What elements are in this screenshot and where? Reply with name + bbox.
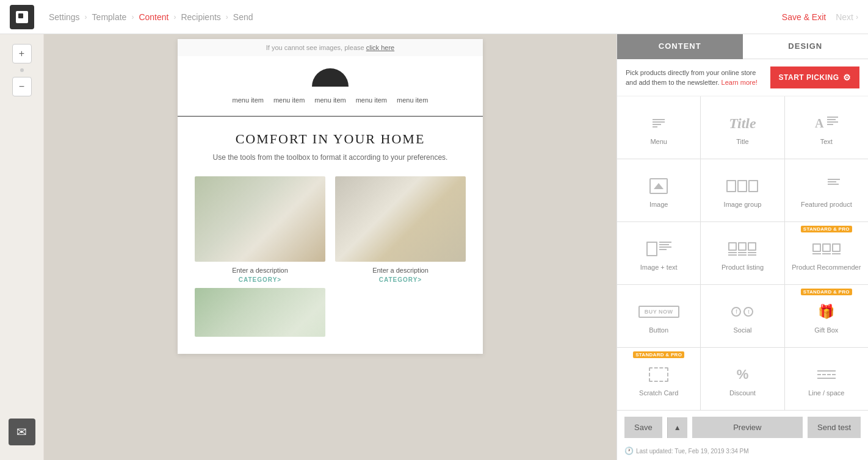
featured-lines-icon	[828, 179, 840, 193]
tab-content[interactable]: CONTENT	[617, 34, 743, 59]
save-exit-button[interactable]: Save & Exit	[782, 12, 826, 22]
blocks-grid: Menu Title Title A	[617, 96, 868, 410]
menu-item-4: menu item	[356, 96, 387, 104]
nav-right: Save & Exit Next ›	[782, 12, 858, 22]
block-social[interactable]: f t Social	[701, 285, 784, 347]
prod-item-2	[738, 242, 747, 256]
start-picking-button[interactable]: START PICKING ⚙	[770, 66, 859, 88]
right-panel: CONTENT DESIGN Pick products directly fr…	[617, 34, 868, 460]
block-discount[interactable]: % Discount	[701, 348, 784, 410]
email-card-1-link[interactable]: CATEGORY>	[195, 276, 325, 283]
button-block-icon: BUY NOW	[638, 301, 679, 323]
scratch-card-block-icon	[649, 364, 668, 386]
block-button[interactable]: BUY NOW Button	[617, 285, 700, 347]
breadcrumb-settings[interactable]: Settings	[49, 12, 80, 22]
save-arrow-button[interactable]: ▲	[667, 417, 687, 438]
email-card-1-desc: Enter a description	[195, 267, 325, 274]
block-button-label: Button	[649, 326, 668, 334]
email-top-bar: If you cannot see images, please click h…	[178, 39, 483, 56]
room-image	[335, 176, 466, 262]
email-card-2-image	[335, 176, 466, 262]
title-T-icon: Title	[729, 115, 756, 132]
block-scratch-card[interactable]: STANDARD & PRO Scratch Card	[617, 348, 700, 410]
text-A-icon: A	[815, 117, 837, 131]
scratch-icon	[649, 367, 668, 382]
prod-item-1	[728, 242, 737, 256]
start-picking-section: Pick products directly from your online …	[617, 59, 868, 96]
block-product-listing[interactable]: Product listing	[701, 222, 784, 284]
email-hero-title: COMFORT IN YOUR HOME	[190, 131, 471, 147]
panel-tabs: CONTENT DESIGN	[617, 34, 868, 59]
img-group-box-3	[748, 180, 758, 192]
standard-pro-badge-scratch: STANDARD & PRO	[633, 351, 684, 358]
block-featured-product[interactable]: Featured product	[785, 159, 868, 221]
menu-item-5: menu item	[397, 96, 428, 104]
img-group-box-2	[737, 180, 747, 192]
block-image[interactable]: Image	[617, 159, 700, 221]
featured-product-block-icon	[813, 175, 840, 197]
prod-sq-3	[748, 242, 756, 251]
block-menu[interactable]: Menu	[617, 96, 700, 159]
standard-pro-badge-recommender: STANDARD & PRO	[801, 226, 852, 232]
zoom-out-button[interactable]: −	[12, 77, 32, 96]
img-group-box-1	[726, 180, 736, 192]
send-test-button[interactable]: Send test	[808, 417, 861, 438]
button-icon: BUY NOW	[638, 306, 679, 318]
logo[interactable]	[10, 5, 34, 29]
breadcrumb-sep-2: ›	[131, 13, 134, 21]
click-here-link[interactable]: click here	[366, 44, 394, 51]
prod-sq-2	[738, 242, 747, 251]
block-image-label: Image	[649, 201, 668, 208]
block-title[interactable]: Title Title	[701, 96, 784, 159]
block-product-listing-label: Product listing	[722, 264, 764, 271]
email-logo	[312, 68, 349, 87]
email-header: menu item menu item menu item menu item …	[178, 56, 483, 117]
tab-design[interactable]: DESIGN	[743, 34, 869, 59]
email-card-3	[190, 283, 330, 342]
line-space-block-icon	[817, 364, 836, 386]
img-text-lines-icon	[659, 242, 671, 250]
social-icon: f t	[731, 307, 753, 317]
img-text-img-icon	[646, 242, 657, 256]
block-text[interactable]: A Text	[785, 96, 868, 159]
menu-item-1: menu item	[233, 96, 264, 104]
percent-icon: %	[737, 367, 749, 383]
block-product-recommender[interactable]: STANDARD & PRO	[785, 222, 868, 284]
block-scratch-card-label: Scratch Card	[639, 389, 678, 397]
block-image-text-label: Image + text	[640, 264, 678, 271]
rec-item-3	[832, 243, 841, 254]
learn-more-link[interactable]: Learn more!	[722, 79, 758, 86]
breadcrumb-recipients[interactable]: Recipients	[181, 12, 220, 22]
title-block-icon: Title	[729, 112, 756, 134]
block-image-group-label: Image group	[724, 201, 762, 208]
block-product-recommender-label: Product Recommender	[792, 264, 861, 271]
product-recommender-icon	[812, 243, 841, 254]
breadcrumb-template[interactable]: Template	[92, 12, 127, 22]
breadcrumb-send[interactable]: Send	[233, 12, 253, 22]
email-card-3-image	[195, 288, 325, 337]
block-menu-label: Menu	[650, 138, 667, 145]
block-image-text[interactable]: Image + text	[617, 222, 700, 284]
featured-img-icon	[813, 179, 826, 193]
preview-button[interactable]: Preview	[692, 417, 803, 438]
block-image-group[interactable]: Image group	[701, 159, 784, 221]
discount-block-icon: %	[737, 364, 749, 386]
block-line-space[interactable]: Line / space	[785, 348, 868, 410]
next-button[interactable]: Next ›	[836, 12, 858, 22]
block-discount-label: Discount	[729, 389, 756, 397]
email-card-2: Enter a description CATEGORY>	[330, 171, 471, 288]
bottom-toolbar: Save ▲ Preview Send test	[617, 410, 868, 444]
block-social-label: Social	[734, 326, 752, 334]
zoom-in-button[interactable]: +	[12, 44, 32, 63]
breadcrumb-content[interactable]: Content	[139, 12, 168, 22]
block-gift-box[interactable]: STANDARD & PRO 🎁 Gift Box	[785, 285, 868, 347]
block-gift-box-label: Gift Box	[814, 326, 838, 334]
rec-item-1	[812, 243, 821, 254]
save-button[interactable]: Save	[624, 417, 662, 438]
email-card-2-link[interactable]: CATEGORY>	[335, 276, 466, 283]
zoom-dot	[20, 68, 24, 72]
next-chevron-icon: ›	[856, 13, 858, 21]
menu-bars-icon	[653, 119, 665, 128]
clock-icon: 🕐	[624, 447, 634, 455]
mail-icon[interactable]: ✉	[9, 419, 35, 445]
